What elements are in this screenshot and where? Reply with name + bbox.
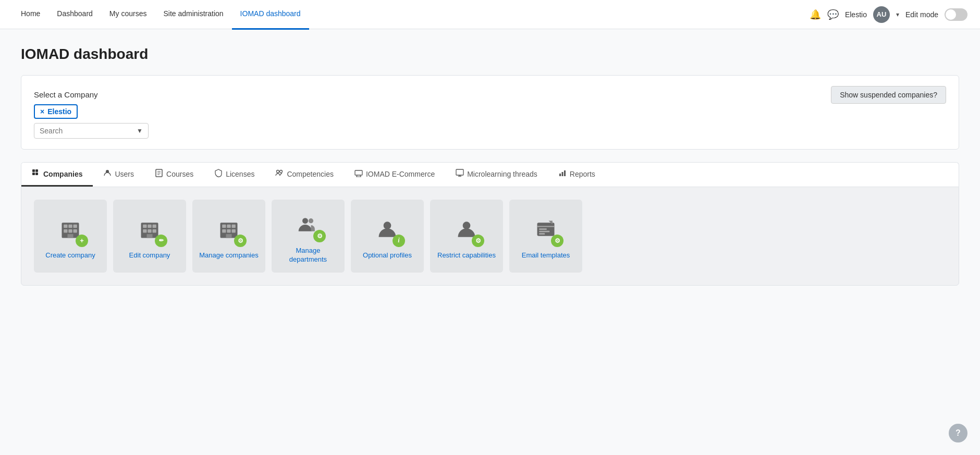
card-manage-departments[interactable]: ⚙ Manage departments	[272, 200, 345, 273]
tab-licenses-label: Licenses	[226, 170, 254, 178]
restrict-capabilities-icon-wrapper: ⚙	[450, 213, 483, 246]
svg-rect-35	[222, 224, 226, 227]
company-selector-row: Select a Company × Elestio ▼ Show suspen…	[34, 86, 946, 139]
nav-my-courses[interactable]: My courses	[101, 0, 155, 30]
svg-rect-20	[68, 224, 72, 227]
tab-reports-label: Reports	[570, 170, 595, 178]
company-selector-label: Select a Company	[34, 86, 98, 99]
company-search-dropdown[interactable]: ▼	[34, 123, 149, 139]
nav-dashboard[interactable]: Dashboard	[48, 0, 101, 30]
svg-point-43	[309, 218, 313, 223]
optional-profiles-icon-wrapper: i	[371, 213, 404, 246]
selected-company-name: Elestio	[47, 107, 71, 116]
company-search-input[interactable]	[40, 127, 137, 135]
users-tab-icon	[103, 169, 112, 179]
card-create-company[interactable]: + Create company	[34, 200, 107, 273]
user-name: Elestio	[845, 10, 867, 19]
optional-profiles-label: Optional profiles	[363, 251, 412, 260]
tab-companies-label: Companies	[43, 170, 82, 178]
svg-rect-31	[148, 229, 151, 232]
svg-rect-39	[227, 229, 230, 232]
tab-ecommerce[interactable]: IOMAD E-Commerce	[344, 163, 445, 187]
svg-rect-37	[232, 224, 236, 227]
tab-licenses[interactable]: Licenses	[204, 163, 265, 187]
licenses-tab-icon	[214, 169, 223, 179]
notification-icon[interactable]: 🔔	[810, 9, 821, 20]
competencies-tab-icon	[275, 169, 284, 179]
cards-section: + Create company	[21, 187, 959, 286]
svg-rect-49	[539, 233, 545, 235]
svg-rect-24	[74, 229, 77, 232]
tab-ecommerce-label: IOMAD E-Commerce	[366, 170, 435, 178]
avatar-chevron[interactable]: ▾	[896, 11, 899, 18]
edit-company-label: Edit company	[129, 251, 170, 260]
edit-mode-toggle[interactable]	[945, 8, 967, 21]
card-optional-profiles[interactable]: i Optional profiles	[351, 200, 424, 273]
svg-rect-1	[35, 169, 38, 172]
svg-rect-28	[148, 224, 151, 227]
svg-rect-23	[68, 229, 72, 232]
tab-competencies[interactable]: Competencies	[265, 163, 344, 187]
svg-rect-29	[153, 224, 156, 227]
email-templates-icon-wrapper: ⚙	[529, 213, 562, 246]
microlearning-tab-icon	[456, 169, 464, 179]
companies-tab-icon	[32, 169, 40, 179]
svg-rect-30	[143, 229, 146, 232]
tab-competencies-label: Competencies	[287, 170, 334, 178]
svg-rect-3	[35, 173, 38, 175]
svg-rect-11	[355, 170, 362, 175]
svg-rect-12	[456, 169, 463, 175]
card-manage-companies[interactable]: ⚙ Manage companies	[192, 200, 265, 273]
tabs-and-cards: Companies Users Courses Li	[21, 162, 959, 286]
card-email-templates[interactable]: ⚙ Email templates	[509, 200, 582, 273]
tab-microlearning[interactable]: Microlearning threads	[445, 163, 548, 187]
page-title: IOMAD dashboard	[21, 46, 959, 63]
tab-companies[interactable]: Companies	[21, 163, 93, 187]
tab-reports[interactable]: Reports	[548, 163, 606, 187]
svg-rect-0	[32, 169, 35, 172]
manage-companies-icon-wrapper: ⚙	[212, 213, 246, 246]
svg-rect-15	[559, 174, 561, 176]
nav-site-admin[interactable]: Site administration	[155, 0, 231, 30]
card-restrict-capabilities[interactable]: ⚙ Restrict capabilities	[430, 200, 503, 273]
manage-departments-icon-wrapper: ⚙	[291, 208, 325, 241]
selected-company-tag[interactable]: × Elestio	[34, 104, 78, 119]
create-company-icon-wrapper: +	[54, 213, 87, 246]
svg-rect-25	[68, 234, 74, 238]
cards-grid: + Create company	[34, 200, 946, 273]
svg-point-42	[302, 218, 308, 224]
svg-rect-22	[64, 229, 67, 232]
svg-point-45	[463, 222, 471, 229]
manage-departments-badge: ⚙	[313, 230, 326, 242]
create-company-badge: +	[76, 235, 88, 247]
show-suspended-button[interactable]: Show suspended companies?	[831, 86, 946, 104]
tab-courses[interactable]: Courses	[144, 163, 204, 187]
svg-rect-16	[561, 172, 563, 176]
reports-tab-icon	[558, 169, 567, 179]
create-company-label: Create company	[45, 251, 95, 260]
dropdown-chevron-icon: ▼	[137, 127, 143, 134]
svg-point-9	[277, 170, 279, 173]
tab-microlearning-label: Microlearning threads	[467, 170, 537, 178]
svg-rect-21	[74, 224, 77, 227]
svg-rect-17	[564, 170, 566, 176]
nav-home[interactable]: Home	[13, 0, 48, 30]
svg-point-10	[280, 170, 283, 173]
nav-iomad-dashboard[interactable]: IOMAD dashboard	[232, 0, 309, 30]
tabs-bar: Companies Users Courses Li	[21, 162, 959, 187]
edit-mode-label: Edit mode	[905, 10, 938, 19]
svg-rect-19	[64, 224, 67, 227]
email-templates-label: Email templates	[522, 251, 570, 260]
avatar[interactable]: AU	[873, 6, 890, 23]
restrict-capabilities-label: Restrict capabilities	[437, 251, 496, 260]
svg-rect-27	[143, 224, 146, 227]
tag-remove-icon[interactable]: ×	[40, 107, 44, 116]
svg-rect-40	[232, 229, 236, 232]
svg-rect-38	[222, 229, 226, 232]
manage-companies-badge: ⚙	[234, 235, 247, 247]
card-edit-company[interactable]: ✏ Edit company	[113, 200, 186, 273]
tab-users-label: Users	[115, 170, 134, 178]
tab-users[interactable]: Users	[93, 163, 144, 187]
svg-rect-48	[539, 230, 549, 232]
chat-icon[interactable]: 💬	[827, 9, 839, 20]
